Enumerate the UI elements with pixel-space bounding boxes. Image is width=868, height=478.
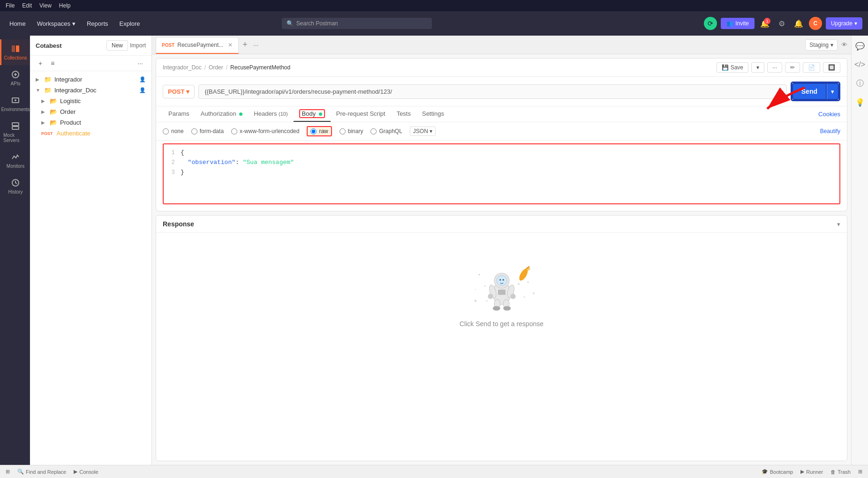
sidebar-item-environments[interactable]: Environments xyxy=(0,91,30,117)
environment-selector[interactable]: Staging ▾ xyxy=(805,39,838,51)
url-input[interactable] xyxy=(198,84,786,99)
sidebar-item-collections[interactable]: Collections xyxy=(0,39,30,65)
layout-button[interactable]: ⊞ xyxy=(858,469,862,475)
bootcamp-icon: 🎓 xyxy=(762,469,768,475)
request-area: Integrador_Doc / Order / RecusePaymentMe… xyxy=(156,58,847,211)
tree-item-authenticate[interactable]: POST Authenticate xyxy=(30,128,151,139)
grid-icon-button[interactable]: ⊞ xyxy=(6,469,10,475)
add-collection-button[interactable]: + xyxy=(36,59,45,68)
tree-more-button[interactable]: ··· xyxy=(135,59,146,68)
tree-item-product[interactable]: ▶ 📂 Product xyxy=(30,117,151,128)
method-selector[interactable]: POST ▾ xyxy=(163,85,195,98)
tree-item-logistic[interactable]: ▶ 📂 Logistic xyxy=(30,96,151,106)
menu-help[interactable]: Help xyxy=(59,2,71,9)
new-button[interactable]: New xyxy=(106,40,128,51)
code-brace-close: } xyxy=(181,168,184,178)
body-type-binary[interactable]: binary xyxy=(340,128,363,134)
tab-pre-request[interactable]: Pre-request Script xyxy=(331,106,391,122)
nav-actions: ⟳ 👥 Invite 🔔 1 ⚙ 🔔 C Upgrade ▾ xyxy=(704,17,862,30)
notification-badge: 1 xyxy=(764,18,770,24)
body-type-none[interactable]: none xyxy=(163,128,184,134)
tree-item-integrador[interactable]: ▶ 📁 Integrador 👤 xyxy=(30,74,151,85)
breadcrumb-part-3: RecusePaymentMethod xyxy=(230,64,290,71)
avatar[interactable]: C xyxy=(809,17,822,30)
menu-edit[interactable]: Edit xyxy=(22,2,32,9)
svg-point-11 xyxy=(533,292,535,294)
sidebar-item-apis[interactable]: APIs xyxy=(0,65,30,91)
body-type-graphql[interactable]: GraphQL xyxy=(370,128,402,134)
nav-home[interactable]: Home xyxy=(6,18,30,29)
import-button[interactable]: Import xyxy=(130,40,146,51)
find-replace-button[interactable]: 🔍 Find and Replace xyxy=(17,469,66,475)
tab-headers[interactable]: Headers (10) xyxy=(248,106,293,122)
settings-button[interactable]: ⚙ xyxy=(775,17,788,30)
nav-reports[interactable]: Reports xyxy=(83,18,112,29)
notification-bell-button[interactable]: 🔔 1 xyxy=(758,17,771,30)
eye-button[interactable]: 👁 xyxy=(841,41,847,48)
nav-explore[interactable]: Explore xyxy=(116,18,144,29)
code-content: "observation": "Sua mensagem" xyxy=(181,158,294,168)
tab-close-button[interactable]: ✕ xyxy=(228,42,233,48)
save-button[interactable]: 💾 Save xyxy=(717,62,748,73)
send-button[interactable]: Send xyxy=(792,83,827,100)
format-value: JSON xyxy=(413,128,428,134)
search-bar[interactable]: 🔍 Search Postman xyxy=(282,18,432,29)
body-type-raw[interactable]: raw xyxy=(307,126,332,136)
svg-rect-1 xyxy=(16,45,19,52)
tab-body[interactable]: Body xyxy=(294,106,331,122)
tab-params[interactable]: Params xyxy=(163,106,195,122)
left-panel: Cotabest New Import + ≡ ··· ▶ 📁 Integrad… xyxy=(30,36,152,465)
bootcamp-button[interactable]: 🎓 Bootcamp xyxy=(762,469,793,475)
trash-button[interactable]: 🗑 Trash xyxy=(830,469,851,475)
docs-button[interactable]: 📄 xyxy=(803,62,820,73)
cookies-link[interactable]: Cookies xyxy=(818,111,840,118)
sidebar-item-history[interactable]: History xyxy=(0,173,30,199)
breadcrumb-part-2[interactable]: Order xyxy=(209,64,223,71)
collection-icon: 📁 xyxy=(44,76,52,83)
menu-view[interactable]: View xyxy=(39,2,52,9)
collection-tree: ▶ 📁 Integrador 👤 ▼ 📁 Integrador_Doc 👤 ▶ … xyxy=(30,71,151,465)
send-dropdown-button[interactable]: ▾ xyxy=(827,83,839,100)
new-tab-button[interactable]: + xyxy=(241,38,249,52)
info-button[interactable]: 🔲 xyxy=(823,62,840,73)
tab-settings[interactable]: Settings xyxy=(416,106,450,122)
mock-servers-icon xyxy=(11,121,20,131)
breadcrumb-actions: 💾 Save ▾ ··· ✏ 📄 🔲 xyxy=(717,62,840,73)
environments-icon xyxy=(11,96,20,105)
tree-item-integrador-doc[interactable]: ▼ 📁 Integrador_Doc 👤 xyxy=(30,85,151,96)
save-dropdown-button[interactable]: ▾ xyxy=(751,62,764,73)
sort-button[interactable]: ≡ xyxy=(48,59,57,68)
breadcrumb-part-1[interactable]: Integrador_Doc xyxy=(163,64,202,71)
body-type-form-data[interactable]: form-data xyxy=(191,128,224,134)
tree-item-order[interactable]: ▶ 📂 Order xyxy=(30,106,151,117)
invite-button[interactable]: 👥 Invite xyxy=(721,18,755,29)
menu-file[interactable]: File xyxy=(6,2,15,9)
sidebar-item-monitors[interactable]: Monitors xyxy=(0,148,30,173)
bell-button[interactable]: 🔔 xyxy=(792,17,805,30)
code-editor[interactable]: 1 { 2 "observation": "Sua mensagem" 3 } xyxy=(163,143,840,204)
sidebar-item-mock-servers[interactable]: Mock Servers xyxy=(0,117,30,148)
method-value: POST xyxy=(168,88,184,95)
body-type-urlencoded[interactable]: x-www-form-urlencoded xyxy=(231,128,299,134)
right-panel-info-icon[interactable]: ⓘ xyxy=(853,77,867,90)
right-panel-lightbulb-icon[interactable]: 💡 xyxy=(853,96,867,109)
sync-button[interactable]: ⟳ xyxy=(704,17,717,30)
tab-recuse-payment[interactable]: POST RecusePayment... ✕ xyxy=(156,37,239,54)
status-bar: ⊞ 🔍 Find and Replace ▶ Console 🎓 Bootcam… xyxy=(0,465,868,478)
right-panel-chat-icon[interactable]: 💬 xyxy=(853,39,867,52)
tab-more-button[interactable]: ··· xyxy=(251,39,261,51)
right-panel-code-icon[interactable]: </> xyxy=(853,58,867,71)
runner-button[interactable]: ▶ Runner xyxy=(800,469,823,475)
console-button[interactable]: ▶ Console xyxy=(74,469,98,475)
panel-header-actions: New Import xyxy=(106,40,146,51)
upgrade-button[interactable]: Upgrade ▾ xyxy=(826,17,862,30)
response-chevron-icon[interactable]: ▾ xyxy=(837,221,840,228)
tab-authorization[interactable]: Authorization xyxy=(195,106,249,122)
format-selector[interactable]: JSON ▾ xyxy=(410,127,436,136)
beautify-button[interactable]: Beautify xyxy=(820,128,840,134)
edit-button[interactable]: ✏ xyxy=(785,62,800,73)
nav-workspaces[interactable]: Workspaces ▾ xyxy=(33,18,79,29)
line-number: 3 xyxy=(167,168,175,178)
more-options-button[interactable]: ··· xyxy=(767,62,782,73)
tab-tests[interactable]: Tests xyxy=(391,106,416,122)
